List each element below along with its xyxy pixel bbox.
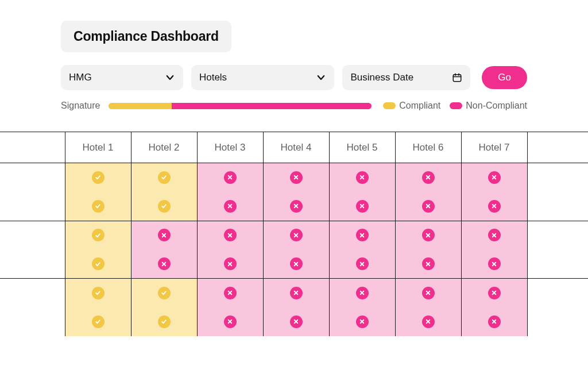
noncompliant-cell	[395, 249, 461, 278]
compliant-cell	[65, 192, 131, 221]
x-circle-icon	[158, 257, 171, 270]
x-circle-icon	[290, 171, 303, 184]
legend-compliant-label: Compliant	[399, 101, 440, 111]
noncompliant-cell	[395, 279, 461, 307]
filter-bar: HMG Hotels Business Date Go	[61, 65, 527, 90]
compliant-cell	[131, 307, 197, 336]
x-circle-icon	[422, 171, 435, 184]
noncompliant-cell	[329, 192, 395, 221]
check-circle-icon	[92, 257, 105, 270]
noncompliant-cell	[131, 221, 197, 249]
check-circle-icon	[158, 287, 171, 299]
x-circle-icon	[488, 257, 501, 270]
check-circle-icon	[92, 229, 105, 241]
check-circle-icon	[158, 171, 171, 184]
row-lead-cell	[0, 192, 65, 221]
svg-rect-0	[454, 75, 462, 82]
row-tail-cell	[527, 307, 588, 336]
x-circle-icon	[356, 229, 369, 241]
table-header-tail	[527, 132, 588, 163]
hotels-select[interactable]: Hotels	[191, 65, 335, 90]
row-lead-cell	[0, 307, 65, 336]
compliant-cell	[65, 221, 131, 249]
compliant-cell	[65, 279, 131, 307]
check-circle-icon	[92, 287, 105, 299]
noncompliant-cell	[197, 307, 263, 336]
noncompliant-cell	[329, 249, 395, 278]
noncompliant-cell	[329, 163, 395, 192]
table-header-hotel: Hotel 7	[461, 132, 527, 163]
noncompliant-cell	[395, 221, 461, 249]
legend-noncompliant: Non-Compliant	[450, 101, 527, 111]
signature-compliant-segment	[109, 103, 172, 109]
compliant-cell	[65, 163, 131, 192]
table-row	[0, 307, 588, 336]
x-circle-icon	[356, 171, 369, 184]
noncompliant-cell	[263, 307, 329, 336]
compliant-cell	[131, 163, 197, 192]
row-lead-cell	[0, 163, 65, 192]
hmg-select[interactable]: HMG	[61, 65, 183, 90]
chevron-down-icon	[165, 72, 175, 83]
x-circle-icon	[224, 171, 237, 184]
signature-bar-row: Signature Compliant Non-Compliant	[61, 101, 527, 111]
x-circle-icon	[290, 229, 303, 241]
compliant-cell	[131, 279, 197, 307]
noncompliant-cell	[329, 221, 395, 249]
x-circle-icon	[422, 315, 435, 328]
table-row	[0, 163, 588, 192]
legend: Compliant Non-Compliant	[383, 101, 527, 111]
row-tail-cell	[527, 279, 588, 307]
x-circle-icon	[290, 287, 303, 299]
row-tail-cell	[527, 192, 588, 221]
noncompliant-cell	[197, 221, 263, 249]
noncompliant-cell	[197, 249, 263, 278]
noncompliant-cell	[461, 192, 527, 221]
compliant-cell	[65, 249, 131, 278]
x-circle-icon	[224, 229, 237, 241]
check-circle-icon	[92, 171, 105, 184]
x-circle-icon	[488, 171, 501, 184]
noncompliant-cell	[395, 192, 461, 221]
legend-compliant: Compliant	[383, 101, 440, 111]
check-circle-icon	[92, 200, 105, 213]
compliant-swatch	[383, 102, 396, 109]
x-circle-icon	[290, 257, 303, 270]
x-circle-icon	[422, 257, 435, 270]
noncompliant-cell	[461, 279, 527, 307]
noncompliant-cell	[197, 192, 263, 221]
noncompliant-cell	[131, 249, 197, 278]
go-button-label: Go	[498, 72, 511, 83]
signature-noncompliant-segment	[172, 103, 372, 109]
noncompliant-cell	[395, 163, 461, 192]
x-circle-icon	[488, 315, 501, 328]
noncompliant-cell	[461, 221, 527, 249]
x-circle-icon	[158, 229, 171, 241]
noncompliant-cell	[329, 279, 395, 307]
table-header-hotel: Hotel 5	[329, 132, 395, 163]
x-circle-icon	[224, 315, 237, 328]
x-circle-icon	[224, 257, 237, 270]
table-header-hotel: Hotel 3	[197, 132, 263, 163]
x-circle-icon	[356, 257, 369, 270]
table-header-hotel: Hotel 6	[395, 132, 461, 163]
go-button[interactable]: Go	[482, 66, 527, 89]
check-circle-icon	[158, 315, 171, 328]
x-circle-icon	[356, 200, 369, 213]
page-title: Compliance Dashboard	[74, 29, 219, 44]
business-date-picker[interactable]: Business Date	[342, 65, 470, 90]
noncompliant-cell	[263, 249, 329, 278]
hmg-select-label: HMG	[69, 72, 92, 83]
dashboard-card: Compliance Dashboard HMG Hotels Business…	[0, 0, 588, 381]
noncompliant-cell	[197, 163, 263, 192]
row-lead-cell	[0, 249, 65, 278]
row-tail-cell	[527, 221, 588, 249]
compliant-cell	[131, 192, 197, 221]
check-circle-icon	[158, 200, 171, 213]
calendar-icon	[452, 72, 462, 83]
row-lead-cell	[0, 279, 65, 307]
noncompliant-cell	[263, 163, 329, 192]
x-circle-icon	[290, 200, 303, 213]
x-circle-icon	[422, 229, 435, 241]
table-row	[0, 192, 588, 221]
